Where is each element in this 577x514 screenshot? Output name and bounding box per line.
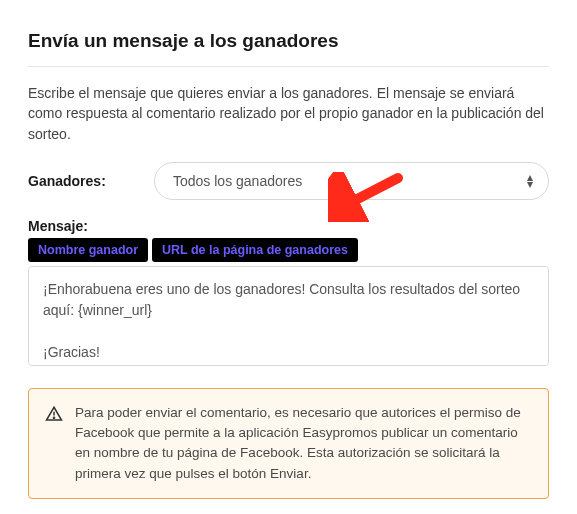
message-textarea[interactable] (28, 266, 549, 366)
dialog-description: Escribe el mensaje que quieres enviar a … (28, 83, 549, 144)
dialog-title: Envía un mensaje a los ganadores (28, 30, 549, 52)
winners-select-wrap: Todos los ganadores ▴▾ (154, 162, 549, 200)
divider (28, 66, 549, 67)
tag-row: Nombre ganador URL de la página de ganad… (28, 238, 549, 262)
winners-select[interactable]: Todos los ganadores (154, 162, 549, 200)
winners-label: Ganadores: (28, 173, 138, 189)
permission-warning: Para poder enviar el comentario, es nece… (28, 388, 549, 499)
tag-winners-url[interactable]: URL de la página de ganadores (152, 238, 358, 262)
svg-point-1 (53, 417, 54, 418)
warning-text: Para poder enviar el comentario, es nece… (75, 403, 532, 484)
warning-icon (45, 405, 63, 484)
winners-row: Ganadores: Todos los ganadores ▴▾ (28, 162, 549, 200)
message-label: Mensaje: (28, 218, 549, 234)
send-message-dialog: Envía un mensaje a los ganadores Escribe… (0, 0, 577, 514)
tag-winner-name[interactable]: Nombre ganador (28, 238, 148, 262)
